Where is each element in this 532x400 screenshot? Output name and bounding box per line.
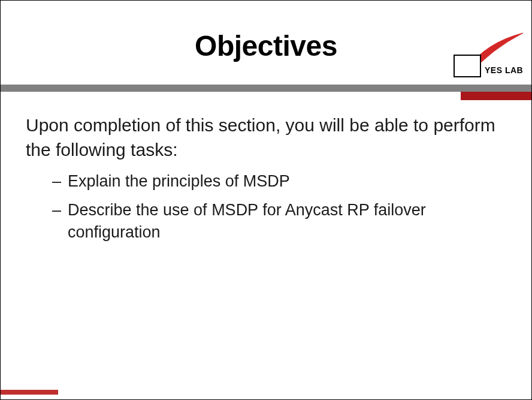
bullet-list: Explain the principles of MSDP Describe … <box>26 170 506 243</box>
divider-gray-bar <box>1 85 531 92</box>
bullet-item: Describe the use of MSDP for Anycast RP … <box>52 199 506 243</box>
bullet-item: Explain the principles of MSDP <box>52 170 506 192</box>
logo-text: YES LAB <box>485 65 523 75</box>
yes-lab-logo: YES LAB <box>436 31 531 85</box>
footer-accent <box>1 390 58 395</box>
slide-header: Objectives YES LAB <box>1 1 531 85</box>
slide-content: Upon completion of this section, you wil… <box>1 103 531 243</box>
divider-red-accent <box>461 92 531 100</box>
logo-box-icon <box>454 55 481 77</box>
divider <box>1 85 531 103</box>
intro-text: Upon completion of this section, you wil… <box>26 113 506 162</box>
